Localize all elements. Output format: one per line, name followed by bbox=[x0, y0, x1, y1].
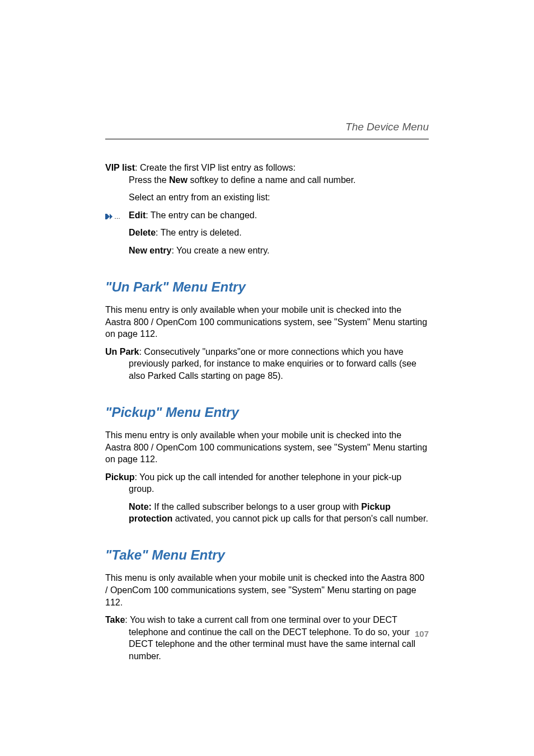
svg-marker-2 bbox=[110, 214, 113, 219]
page-number: 107 bbox=[415, 629, 429, 638]
vip-newentry-label: New entry bbox=[129, 246, 171, 255]
vip-select: Select an entry from an existing list: bbox=[105, 191, 429, 204]
vip-newentry-line: New entry: You create a new entry. bbox=[105, 245, 429, 257]
pickup-note-b: activated, you cannot pick up calls for … bbox=[172, 514, 428, 523]
unpark-label: Un Park bbox=[105, 347, 139, 356]
take-label: Take bbox=[105, 615, 125, 624]
svg-marker-1 bbox=[107, 214, 110, 219]
svg-rect-0 bbox=[105, 214, 107, 219]
vip-delete-line: Delete: The entry is deleted. bbox=[105, 227, 429, 239]
pickup-intro: This menu entry is only available when y… bbox=[105, 429, 429, 466]
vip-delete-desc: : The entry is deleted. bbox=[156, 228, 242, 237]
pickup-item: Pickup: You pick up the call intended fo… bbox=[105, 471, 429, 495]
unpark-intro: This menu entry is only available when y… bbox=[105, 304, 429, 340]
vip-list-desc: : Create the first VIP list entry as fol… bbox=[135, 163, 296, 172]
vip-newentry-desc: : You create a new entry. bbox=[171, 246, 269, 255]
pickup-note-label: Note: bbox=[129, 502, 152, 511]
vip-delete-label: Delete bbox=[129, 228, 156, 237]
body: VIP list: Create the first VIP list entr… bbox=[105, 162, 429, 663]
pickup-desc: : You pick up the call intended for anot… bbox=[129, 472, 401, 494]
unpark-item: Un Park: Consecutively "unparks"one or m… bbox=[105, 346, 429, 382]
heading-unpark: "Un Park" Menu Entry bbox=[105, 278, 429, 296]
take-item: Take: You wish to take a current call fr… bbox=[105, 614, 429, 662]
vip-list-label: VIP list bbox=[105, 163, 135, 172]
pickup-note-a: If the called subscriber belongs to a us… bbox=[152, 502, 361, 511]
vip-edit-desc: : The entry can be changed. bbox=[146, 210, 257, 220]
take-desc: : You wish to take a current call from o… bbox=[125, 615, 415, 661]
heading-pickup: "Pickup" Menu Entry bbox=[105, 403, 429, 421]
take-intro: This menu is only available when your mo… bbox=[105, 572, 429, 608]
page: The Device Menu VIP list: Create the fir… bbox=[0, 0, 534, 663]
vip-edit-line: … Edit: The entry can be changed. bbox=[105, 209, 429, 222]
vip-press-a: Press the bbox=[129, 175, 169, 185]
vip-list-line: VIP list: Create the first VIP list entr… bbox=[105, 162, 429, 186]
unpark-desc: : Consecutively "unparks"one or more con… bbox=[129, 347, 416, 381]
vip-new: New bbox=[169, 175, 188, 185]
pickup-note: Note: If the called subscriber belongs t… bbox=[105, 501, 429, 525]
long-press-icon: … bbox=[105, 210, 122, 223]
svg-text:…: … bbox=[114, 213, 120, 220]
pickup-label: Pickup bbox=[105, 472, 134, 482]
header-rule bbox=[105, 139, 429, 139]
running-header: The Device Menu bbox=[105, 121, 429, 133]
vip-press-b: softkey to define a name and call number… bbox=[188, 175, 356, 185]
vip-edit-label: Edit bbox=[129, 210, 146, 220]
heading-take: "Take" Menu Entry bbox=[105, 546, 429, 564]
